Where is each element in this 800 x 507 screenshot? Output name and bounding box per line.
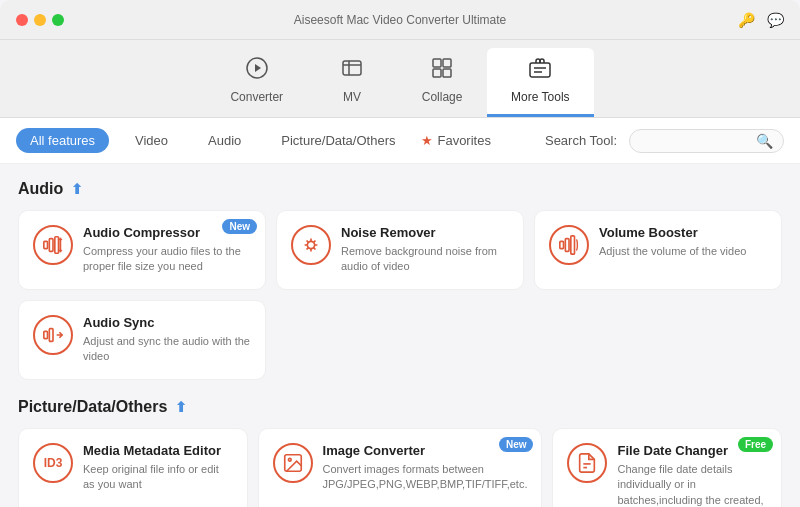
- converter-icon: [245, 56, 269, 86]
- search-label: Search Tool:: [545, 133, 617, 148]
- tab-collage[interactable]: Collage: [397, 48, 487, 117]
- media-metadata-icon: ID3: [33, 443, 73, 483]
- media-metadata-title: Media Metadata Editor: [83, 443, 233, 458]
- window-title: Aiseesoft Mac Video Converter Ultimate: [294, 13, 507, 27]
- title-bar-actions: 🔑 💬: [738, 12, 784, 28]
- svg-rect-7: [530, 63, 550, 77]
- volume-booster-title: Volume Booster: [599, 225, 767, 240]
- tab-converter[interactable]: Converter: [206, 48, 307, 117]
- svg-rect-3: [433, 59, 441, 67]
- audio-sync-desc: Adjust and sync the audio with the video: [83, 334, 251, 365]
- audio-section-title: Audio: [18, 180, 63, 198]
- svg-rect-16: [565, 239, 569, 252]
- tab-collage-label: Collage: [422, 90, 463, 104]
- svg-rect-10: [44, 241, 48, 248]
- collage-icon: [430, 56, 454, 86]
- image-converter-desc: Convert images formats between JPG/JPEG,…: [323, 462, 528, 493]
- svg-rect-15: [560, 241, 564, 248]
- svg-marker-1: [255, 64, 261, 72]
- tab-mv-label: MV: [343, 90, 361, 104]
- svg-point-21: [288, 458, 291, 461]
- favorites-button[interactable]: ★ Favorites: [421, 133, 490, 148]
- file-date-changer-icon: [567, 443, 607, 483]
- tab-converter-label: Converter: [230, 90, 283, 104]
- volume-booster-text: Volume Booster Adjust the volume of the …: [599, 225, 767, 259]
- noise-remover-title: Noise Remover: [341, 225, 509, 240]
- audio-sort-icon[interactable]: ⬆: [71, 181, 83, 197]
- svg-rect-4: [443, 59, 451, 67]
- volume-booster-icon: [549, 225, 589, 265]
- card-audio-compressor[interactable]: Audio Compressor Compress your audio fil…: [18, 210, 266, 290]
- audio-compressor-badge: New: [222, 219, 257, 234]
- nav-tabs: Converter MV Collage: [0, 40, 800, 118]
- audio-compressor-desc: Compress your audio files to the proper …: [83, 244, 251, 275]
- svg-rect-2: [343, 61, 361, 75]
- file-date-changer-badge: Free: [738, 437, 773, 452]
- search-icon[interactable]: 🔍: [756, 133, 773, 149]
- file-date-changer-desc: Change file date details individually or…: [617, 462, 767, 507]
- search-input[interactable]: [640, 133, 750, 148]
- more-tools-icon: [528, 56, 552, 86]
- picture-cards-grid: ID3 Media Metadata Editor Keep original …: [18, 428, 782, 507]
- audio-sync-text: Audio Sync Adjust and sync the audio wit…: [83, 315, 251, 365]
- filter-audio[interactable]: Audio: [194, 128, 255, 153]
- svg-rect-12: [55, 237, 59, 254]
- svg-rect-11: [49, 239, 53, 252]
- svg-point-14: [307, 241, 314, 248]
- chat-icon[interactable]: 💬: [767, 12, 784, 28]
- svg-rect-6: [443, 69, 451, 77]
- key-icon[interactable]: 🔑: [738, 12, 755, 28]
- title-bar: Aiseesoft Mac Video Converter Ultimate 🔑…: [0, 0, 800, 40]
- audio-section-header: Audio ⬆: [18, 180, 782, 198]
- audio-sync-icon: [33, 315, 73, 355]
- audio-compressor-icon: [33, 225, 73, 265]
- picture-sort-icon[interactable]: ⬆: [175, 399, 187, 415]
- noise-remover-desc: Remove background noise from audio of vi…: [341, 244, 509, 275]
- svg-rect-19: [49, 329, 53, 342]
- search-wrap: 🔍: [629, 129, 784, 153]
- image-converter-icon: [273, 443, 313, 483]
- svg-rect-17: [571, 236, 575, 254]
- card-audio-sync[interactable]: Audio Sync Adjust and sync the audio wit…: [18, 300, 266, 380]
- card-noise-remover[interactable]: Noise Remover Remove background noise fr…: [276, 210, 524, 290]
- card-volume-booster[interactable]: Volume Booster Adjust the volume of the …: [534, 210, 782, 290]
- minimize-button[interactable]: [34, 14, 46, 26]
- card-image-converter[interactable]: Image Converter Convert images formats b…: [258, 428, 543, 507]
- noise-remover-text: Noise Remover Remove background noise fr…: [341, 225, 509, 275]
- filter-video[interactable]: Video: [121, 128, 182, 153]
- traffic-lights: [16, 14, 64, 26]
- image-converter-title: Image Converter: [323, 443, 528, 458]
- noise-remover-icon: [291, 225, 331, 265]
- media-metadata-text: Media Metadata Editor Keep original file…: [83, 443, 233, 493]
- filter-bar: All features Video Audio Picture/Data/Ot…: [0, 118, 800, 164]
- favorites-star-icon: ★: [421, 133, 433, 148]
- mv-icon: [340, 56, 364, 86]
- tab-mv[interactable]: MV: [307, 48, 397, 117]
- file-date-changer-text: File Date Changer Change file date detai…: [617, 443, 767, 507]
- svg-rect-18: [44, 331, 48, 338]
- audio-cards-grid: Audio Compressor Compress your audio fil…: [18, 210, 782, 380]
- filter-picture[interactable]: Picture/Data/Others: [267, 128, 409, 153]
- tab-more-tools-label: More Tools: [511, 90, 569, 104]
- image-converter-badge: New: [499, 437, 534, 452]
- maximize-button[interactable]: [52, 14, 64, 26]
- media-metadata-desc: Keep original file info or edit as you w…: [83, 462, 233, 493]
- svg-rect-5: [433, 69, 441, 77]
- filter-all[interactable]: All features: [16, 128, 109, 153]
- volume-booster-desc: Adjust the volume of the video: [599, 244, 767, 259]
- main-content: Audio ⬆ Audio Compressor Compress your a…: [0, 164, 800, 507]
- audio-sync-title: Audio Sync: [83, 315, 251, 330]
- card-file-date-changer[interactable]: File Date Changer Change file date detai…: [552, 428, 782, 507]
- tab-more-tools[interactable]: More Tools: [487, 48, 593, 117]
- close-button[interactable]: [16, 14, 28, 26]
- favorites-label: Favorites: [437, 133, 490, 148]
- picture-section-title: Picture/Data/Others: [18, 398, 167, 416]
- card-media-metadata[interactable]: ID3 Media Metadata Editor Keep original …: [18, 428, 248, 507]
- picture-section-header: Picture/Data/Others ⬆: [18, 398, 782, 416]
- image-converter-text: Image Converter Convert images formats b…: [323, 443, 528, 493]
